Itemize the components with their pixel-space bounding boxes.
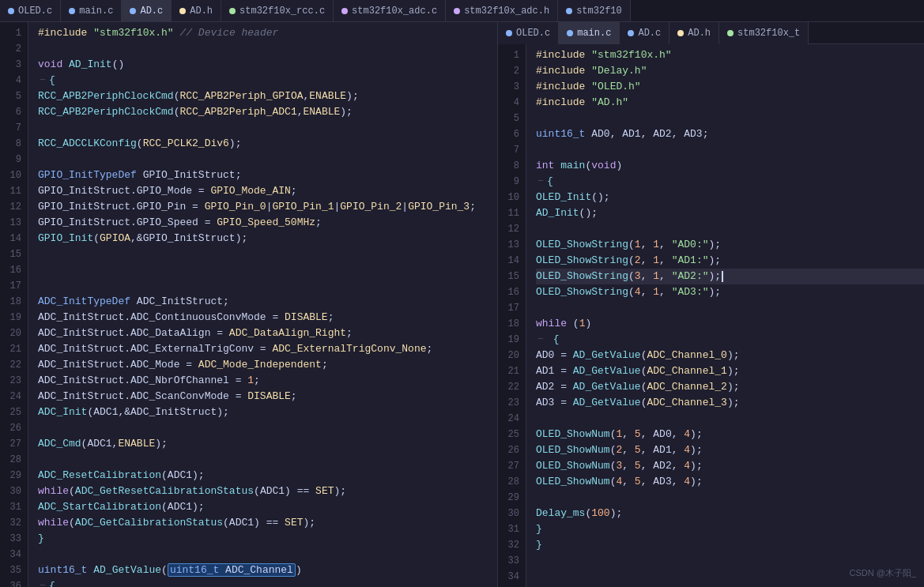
tab-dot-stm bbox=[566, 8, 572, 14]
right-tab-label-adc: AD.c bbox=[638, 28, 661, 39]
tab-dot-adch bbox=[454, 8, 460, 14]
code-line-21: ADC_InitStruct.ADC_ExternalTrigConv = AD… bbox=[38, 341, 497, 357]
right-code-line-19: − { bbox=[536, 332, 924, 348]
left-tab-bar: OLED.c main.c AD.c AD.h stm32f10x_rcc.c … bbox=[0, 0, 924, 22]
tab-label-adch: stm32f10x_adc.h bbox=[464, 6, 549, 17]
right-code-line-14: OLED_ShowString(2, 1, "AD1:"); bbox=[536, 253, 924, 269]
code-line-14: GPIO_Init(GPIOA,&GPIO_InitStruct); bbox=[38, 231, 497, 246]
right-code-line-11: AD_Init(); bbox=[536, 205, 924, 221]
right-code-line-26: OLED_ShowNum(2, 5, AD1, 4); bbox=[536, 442, 924, 458]
right-tab-dot-adh bbox=[677, 30, 684, 36]
right-code-line-13: OLED_ShowString(1, 1, "AD0:"); bbox=[536, 237, 924, 253]
right-code-line-3: #include "OLED.h" bbox=[536, 79, 924, 95]
tab-label-stm: stm32f10 bbox=[576, 6, 622, 17]
right-tab-label-oled: OLED.c bbox=[516, 28, 550, 39]
code-line-30: while(ADC_GetResetCalibrationStatus(ADC1… bbox=[38, 484, 497, 499]
right-code-scroll[interactable]: 12345 678910 1112131415 1617181920 21222… bbox=[498, 44, 924, 587]
right-tab-dot-oled bbox=[506, 30, 512, 36]
right-code-line-1: #include "stm32f10x.h" bbox=[536, 47, 924, 63]
tab-ad-c[interactable]: AD.c bbox=[122, 0, 172, 22]
code-line-17 bbox=[38, 278, 497, 294]
tab-dot-main bbox=[69, 8, 75, 14]
right-code-line-2: #include "Delay.h" bbox=[536, 63, 924, 79]
right-code-line-30: Delay_ms(100); bbox=[536, 506, 924, 521]
code-line-6: RCC_APB2PeriphClockCmd(RCC_APB2Periph_AD… bbox=[38, 104, 497, 120]
code-line-19: ADC_InitStruct.ADC_ContinuousConvMode = … bbox=[38, 310, 497, 325]
code-line-16 bbox=[38, 262, 497, 278]
right-code-line-24 bbox=[536, 411, 924, 427]
right-code-line-23: AD3 = AD_GetValue(ADC_Channel_3); bbox=[536, 395, 924, 411]
right-tab-main[interactable]: main.c bbox=[559, 22, 620, 44]
left-line-numbers: 12345 678910 1112131415 1617181920 21222… bbox=[0, 22, 28, 587]
tab-dot-adc2 bbox=[341, 8, 348, 14]
right-code-line-20: AD0 = AD_GetValue(ADC_Channel_0); bbox=[536, 348, 924, 363]
right-tab-bar: OLED.c main.c AD.c AD.h stm32f10x_t bbox=[498, 22, 924, 44]
tab-dot-rcc bbox=[229, 8, 236, 14]
tab-adc-c[interactable]: stm32f10x_adc.c bbox=[334, 0, 446, 22]
right-code-line-27: OLED_ShowNum(3, 5, AD2, 4); bbox=[536, 458, 924, 474]
right-line-numbers: 12345 678910 1112131415 1617181920 21222… bbox=[498, 44, 526, 587]
right-code-area: 12345 678910 1112131415 1617181920 21222… bbox=[498, 44, 924, 587]
right-code-line-33 bbox=[536, 553, 924, 569]
code-line-36: −{ bbox=[38, 578, 497, 587]
tab-oled-c[interactable]: OLED.c bbox=[0, 0, 61, 22]
right-tab-dot-main bbox=[567, 30, 573, 36]
right-code-lines[interactable]: #include "stm32f10x.h" #include "Delay.h… bbox=[526, 44, 924, 587]
right-tab-label-stm: stm32f10x_t bbox=[737, 28, 800, 39]
right-code-line-22: AD2 = AD_GetValue(ADC_Channel_2); bbox=[536, 379, 924, 395]
right-tab-label-main: main.c bbox=[577, 28, 611, 39]
tab-main-c[interactable]: main.c bbox=[61, 0, 122, 22]
right-code-line-5 bbox=[536, 111, 924, 126]
code-line-31: ADC_StartCalibration(ADC1); bbox=[38, 499, 497, 515]
right-code-line-18: while (1) bbox=[536, 316, 924, 332]
left-panel: 12345 678910 1112131415 1617181920 21222… bbox=[0, 22, 498, 587]
right-code-line-32: } bbox=[536, 537, 924, 553]
code-line-20: ADC_InitStruct.ADC_DataAlign = ADC_DataA… bbox=[38, 325, 497, 341]
code-line-12: GPIO_InitStruct.GPIO_Pin = GPIO_Pin_0|GP… bbox=[38, 199, 497, 215]
code-line-26 bbox=[38, 420, 497, 436]
right-code-line-4: #include "AD.h" bbox=[536, 95, 924, 111]
right-code-line-29 bbox=[536, 490, 924, 506]
right-code-line-28: OLED_ShowNum(4, 5, AD3, 4); bbox=[536, 474, 924, 490]
code-line-35: uint16_t AD_GetValue(uint16_t ADC_Channe… bbox=[38, 563, 497, 578]
tab-adc-h[interactable]: stm32f10x_adc.h bbox=[446, 0, 558, 22]
right-tab-dot-stm bbox=[727, 30, 734, 36]
code-line-9 bbox=[38, 152, 497, 167]
code-line-15 bbox=[38, 246, 497, 262]
tab-dot-adh bbox=[179, 8, 186, 14]
code-line-7 bbox=[38, 120, 497, 136]
right-tab-dot-adc bbox=[628, 30, 634, 36]
right-tab-oled[interactable]: OLED.c bbox=[498, 22, 559, 44]
code-line-22: ADC_InitStruct.ADC_Mode = ADC_Mode_Indep… bbox=[38, 357, 497, 373]
tab-rcc[interactable]: stm32f10x_rcc.c bbox=[221, 0, 334, 22]
code-line-25: ADC_Init(ADC1,&ADC_InitStruct); bbox=[38, 405, 497, 420]
tab-dot-adc bbox=[130, 8, 136, 14]
right-tab-adc[interactable]: AD.c bbox=[620, 22, 669, 44]
right-tab-adh[interactable]: AD.h bbox=[669, 22, 719, 44]
left-code-lines[interactable]: #include "stm32f10x.h" // Device header … bbox=[28, 22, 497, 587]
left-code-area[interactable]: 12345 678910 1112131415 1617181920 21222… bbox=[0, 22, 497, 587]
tab-label-adc: AD.c bbox=[140, 6, 163, 17]
code-line-4: −{ bbox=[38, 73, 497, 88]
right-tab-stm[interactable]: stm32f10x_t bbox=[719, 22, 809, 44]
code-line-28 bbox=[38, 452, 497, 468]
tab-dot-oled bbox=[8, 8, 14, 14]
right-code-line-7 bbox=[536, 142, 924, 158]
right-code-line-6: uint16_t AD0, AD1, AD2, AD3; bbox=[536, 126, 924, 142]
watermark: CSDN @木子阳_ bbox=[849, 567, 916, 579]
right-code-line-17 bbox=[536, 300, 924, 316]
code-line-3: void AD_Init() bbox=[38, 57, 497, 73]
code-line-18: ADC_InitTypeDef ADC_InitStruct; bbox=[38, 294, 497, 310]
right-code-line-9: −{ bbox=[536, 174, 924, 190]
right-code-line-10: OLED_Init(); bbox=[536, 190, 924, 205]
right-code-line-31: } bbox=[536, 521, 924, 537]
code-line-34 bbox=[38, 547, 497, 563]
tab-stm-more[interactable]: stm32f10 bbox=[558, 0, 631, 22]
code-line-29: ADC_ResetCalibration(ADC1); bbox=[38, 468, 497, 484]
tab-label-adh: AD.h bbox=[190, 6, 213, 17]
code-line-33: } bbox=[38, 531, 497, 547]
right-tab-label-adh: AD.h bbox=[688, 28, 711, 39]
code-line-11: GPIO_InitStruct.GPIO_Mode = GPIO_Mode_AI… bbox=[38, 183, 497, 199]
tab-label-rcc: stm32f10x_rcc.c bbox=[239, 6, 325, 17]
tab-ad-h[interactable]: AD.h bbox=[172, 0, 221, 22]
